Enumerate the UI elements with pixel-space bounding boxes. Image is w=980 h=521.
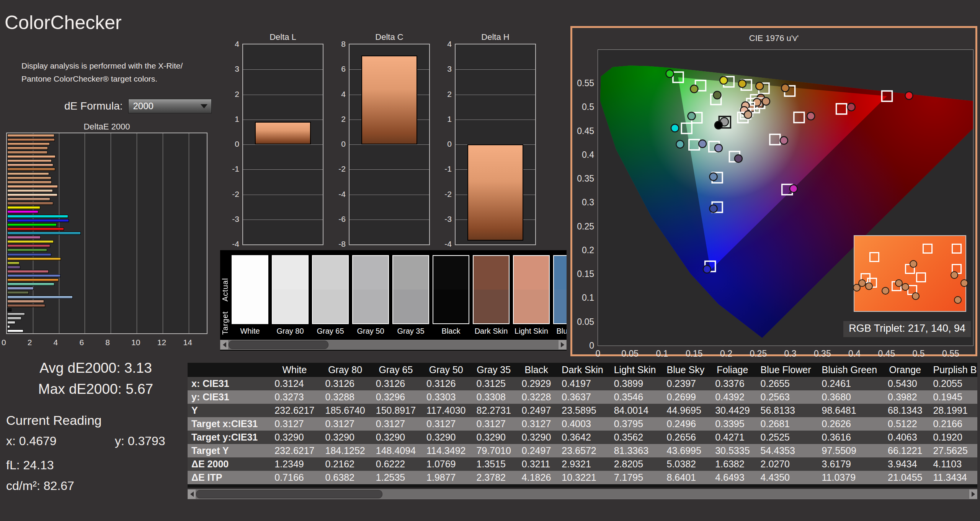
deltae-bar xyxy=(7,189,53,192)
deltae-bar xyxy=(7,329,23,333)
measured-dot xyxy=(762,97,770,105)
table-cell: 0.3376 xyxy=(710,377,755,390)
table-cell: 0.5430 xyxy=(882,377,928,390)
deltae-bar xyxy=(7,134,54,137)
swatch-scrollbar-track[interactable] xyxy=(228,340,559,349)
table-scrollbar-thumb[interactable] xyxy=(196,490,382,498)
swatch-blue-sky xyxy=(553,255,567,324)
swatch-actual xyxy=(514,256,549,290)
y-tick-label: 6 xyxy=(328,64,346,74)
measured-dot xyxy=(735,155,742,162)
y-tick-label: -3 xyxy=(434,215,452,224)
cie-x-tick: 0.25 xyxy=(750,346,767,359)
swatch-scrollbar-thumb[interactable] xyxy=(229,341,328,349)
swatch-target xyxy=(232,290,268,323)
chevron-down-icon xyxy=(201,104,207,108)
table-cell: 0.2166 xyxy=(928,417,977,431)
deltae-bar xyxy=(7,143,50,146)
deltae-bar xyxy=(7,244,50,247)
delta-h-chart: 43210-1-2-3-4 xyxy=(455,44,536,245)
table-cell: 1.6382 xyxy=(710,457,755,471)
table-cell: 27.5625 xyxy=(928,444,977,457)
gridline xyxy=(456,69,535,70)
measured-dot xyxy=(780,137,788,144)
deltae-bar xyxy=(7,206,40,209)
table-cell: 0.2397 xyxy=(662,377,710,390)
table-cell: 0.3982 xyxy=(882,390,928,404)
column-header: Blue Sky xyxy=(662,363,710,377)
cie-y-tick: 0.05 xyxy=(577,316,598,327)
table-cell: 1.0769 xyxy=(421,457,471,471)
deltae-bar xyxy=(7,215,68,218)
measured-dot xyxy=(671,124,679,132)
inset-target-square xyxy=(869,252,879,262)
table-cell: 4.1103 xyxy=(928,457,977,471)
table-cell: 0.3127 xyxy=(371,417,421,431)
cie-y-tick: 0.3 xyxy=(582,197,598,208)
de-formula-dropdown[interactable]: 2000 xyxy=(128,99,212,113)
swatch-label: Black xyxy=(433,327,469,336)
column-header: Gray 65 xyxy=(371,363,421,377)
table-cell: 0.3126 xyxy=(320,377,371,390)
deltae-bar xyxy=(7,177,51,180)
table-scroll-right-button[interactable] xyxy=(969,490,977,499)
swatch-actual xyxy=(433,256,469,290)
column-header: Blue Flower xyxy=(755,363,817,377)
table-cell: 2.0270 xyxy=(755,457,817,471)
table-scrollbar-track[interactable] xyxy=(196,490,969,499)
deltae-bar xyxy=(7,304,45,307)
swatch-label: Dark Skin xyxy=(473,327,510,336)
gridline xyxy=(85,133,85,333)
deltae-bar xyxy=(7,308,11,311)
swatch-gray-35 xyxy=(392,255,429,324)
swatch-scrollbar[interactable] xyxy=(220,340,567,350)
table-scrollbar[interactable] xyxy=(188,489,977,499)
table-cell: 148.4094 xyxy=(371,444,421,457)
scroll-right-button[interactable] xyxy=(559,340,566,349)
table-row: Target y:CIE310.32900.32900.32900.32900.… xyxy=(188,431,977,444)
delta-c-title: Delta C xyxy=(349,32,430,42)
cie-y-tick: 0.5 xyxy=(582,102,598,112)
cie-x-tick: 0.1 xyxy=(656,346,668,359)
table-cell: 150.8917 xyxy=(371,404,421,417)
table-scroll-left-button[interactable] xyxy=(188,490,196,499)
delta-c-chart: 86420-2-4-6-8 xyxy=(349,44,430,245)
arrow-right-icon xyxy=(561,342,564,347)
deltae-bar xyxy=(7,253,51,256)
table-cell: 0.2699 xyxy=(662,390,710,404)
gridline xyxy=(243,144,323,145)
arrow-left-icon xyxy=(223,342,226,347)
table-cell: 232.6217 xyxy=(269,444,320,457)
current-x-value: x: 0.4679 xyxy=(6,434,57,448)
swatch-gray-50 xyxy=(352,255,389,324)
deltae-bar xyxy=(7,164,53,167)
table-cell: 0.1920 xyxy=(928,431,977,444)
gridline xyxy=(243,69,323,70)
row-label: y: CIE31 xyxy=(188,390,269,404)
swatch-target xyxy=(353,290,388,323)
column-header: Purplish Blue xyxy=(928,363,977,377)
y-tick-label: 4 xyxy=(434,39,452,49)
deltae-bar xyxy=(7,321,15,324)
scroll-left-button[interactable] xyxy=(220,340,228,349)
table-cell: 4.6493 xyxy=(710,471,755,484)
measured-dot xyxy=(715,121,722,129)
table-cell: 0.3562 xyxy=(609,431,662,444)
table-cell: 0.3290 xyxy=(516,431,556,444)
table-cell: 0.4003 xyxy=(556,417,608,431)
table-cell: 98.6481 xyxy=(817,404,883,417)
column-header: White xyxy=(269,363,320,377)
cie-y-tick: 0.25 xyxy=(577,221,598,231)
deltae-bar xyxy=(7,300,44,303)
y-tick-label: -3 xyxy=(222,215,239,224)
cie-plot-area: 00.050.10.150.20.250.30.350.40.450.50.55… xyxy=(598,49,973,346)
swatch-gray-80 xyxy=(272,255,309,324)
de-formula-label: dE Formula: xyxy=(64,100,123,112)
description-line2: Pantone ColorChecker® target colors. xyxy=(21,74,157,83)
deltae-bar xyxy=(7,266,20,269)
y-tick-label: 0 xyxy=(328,139,346,149)
cie-y-tick: 0.15 xyxy=(577,269,598,279)
colorchecker-page: ColorChecker Display analysis is perform… xyxy=(0,0,980,521)
table-row: Target Y232.6217184.1252148.4094114.3492… xyxy=(188,444,977,457)
deltae-bar xyxy=(7,287,34,290)
